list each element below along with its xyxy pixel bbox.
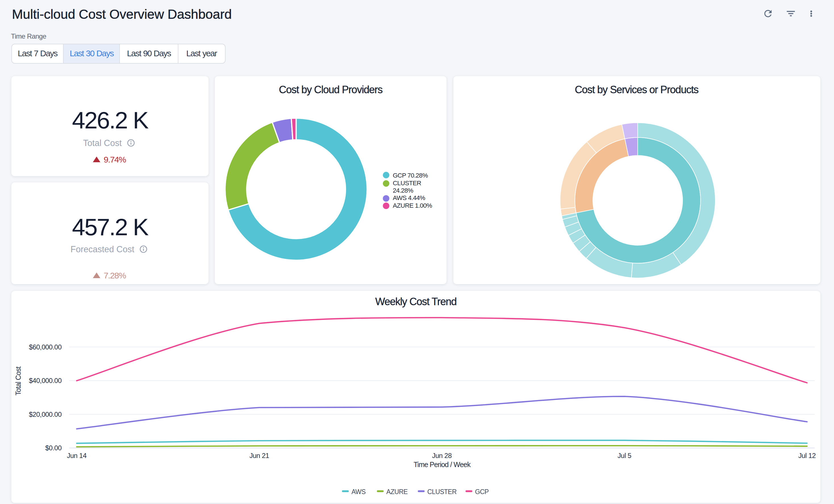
svg-text:GCP: GCP	[475, 488, 488, 496]
svg-text:Jul 12: Jul 12	[798, 452, 815, 459]
svg-text:$60,000.00: $60,000.00	[29, 343, 62, 351]
svg-text:Total Cost: Total Cost	[14, 367, 22, 395]
svg-text:CLUSTER: CLUSTER	[393, 179, 421, 187]
svg-text:AWS 4.44%: AWS 4.44%	[393, 194, 425, 201]
svg-text:AWS: AWS	[351, 488, 366, 496]
svg-text:AZURE 1.00%: AZURE 1.00%	[393, 202, 432, 209]
svg-text:Jun 14: Jun 14	[67, 452, 87, 459]
svg-text:Jun 21: Jun 21	[249, 452, 269, 459]
svg-text:24.28%: 24.28%	[393, 187, 414, 194]
svg-text:Time Period / Week: Time Period / Week	[414, 461, 471, 468]
svg-text:AZURE: AZURE	[386, 488, 408, 496]
svg-text:$0.00: $0.00	[45, 444, 62, 452]
svg-text:$20,000.00: $20,000.00	[29, 411, 62, 418]
svg-text:Jul 5: Jul 5	[618, 452, 631, 459]
svg-text:Jun 28: Jun 28	[432, 452, 452, 459]
svg-text:GCP 70.28%: GCP 70.28%	[393, 172, 428, 179]
svg-text:CLUSTER: CLUSTER	[427, 488, 457, 496]
svg-text:$40,000.00: $40,000.00	[29, 377, 62, 385]
